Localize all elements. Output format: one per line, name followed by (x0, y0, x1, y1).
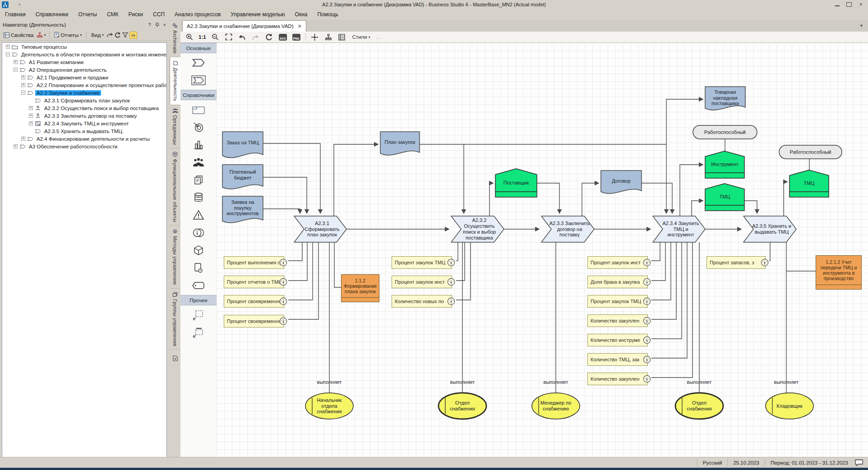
node-external-112[interactable]: 1.1.2 Формирование плана закупок (341, 274, 379, 302)
node-doc-dogovor[interactable] (601, 170, 642, 194)
diagram-tab[interactable]: А2.3 Закупки и снабжение (Диаграмма VAD)… (182, 20, 306, 32)
palette-subject-frame[interactable] (189, 103, 208, 116)
node-doc-zayavka[interactable] (222, 196, 263, 223)
palette-org-unit[interactable] (189, 156, 208, 169)
palette-info[interactable] (189, 226, 208, 240)
node-doc-platezhny-budget[interactable] (222, 165, 263, 189)
tree-item[interactable]: +А2.1 Продвижение и продажи (2, 74, 166, 81)
menu-riski[interactable]: Риски (123, 10, 148, 19)
tree-expander[interactable]: + (6, 45, 10, 49)
tree-expander[interactable]: + (21, 137, 25, 141)
node-state-rabotosposobny-2[interactable] (779, 145, 842, 159)
zoom-out-button[interactable] (211, 32, 220, 41)
close-button[interactable]: × (858, 2, 863, 7)
tree-expander[interactable]: + (29, 106, 33, 110)
palette-vad-framed-shape[interactable] (189, 74, 208, 87)
palette-vad-shape[interactable] (189, 56, 208, 69)
kpi-a234-1[interactable]: Процент закупок инст (587, 256, 648, 269)
kpi-a234-6[interactable]: Количество ТМЦ, зак (587, 353, 648, 366)
export-svg-button[interactable]: SVG (278, 32, 287, 41)
menu-ssp[interactable]: ССП (148, 10, 170, 19)
comment-bubble-icon[interactable] (854, 459, 863, 466)
kpi-a231-2[interactable]: Процент отчетов о ТМЦ (224, 276, 284, 288)
status-date[interactable]: 25.10.2023 (727, 459, 765, 466)
node-entity-tmc-1[interactable] (705, 184, 744, 211)
palette-section-main[interactable]: Основные (180, 43, 217, 53)
maximize-button[interactable] (846, 2, 852, 7)
tree-item[interactable]: +А1 Развитие компании (2, 58, 166, 66)
kpi-a234-7[interactable]: Количество закуплен (587, 373, 648, 385)
tree-expander[interactable]: + (14, 144, 18, 148)
kpi-a235-1[interactable]: Процент запасов, з (706, 256, 766, 269)
zoom-in-button[interactable] (185, 32, 194, 41)
view-button[interactable]: Вид ▾ (90, 32, 105, 39)
status-period[interactable]: Период: 01.01.2023 - 31.12.2023 (765, 459, 854, 466)
tab-close-icon[interactable]: ✕ (297, 23, 301, 29)
node-doc-zakaz-tmc[interactable] (222, 132, 263, 158)
node-entity-instrument[interactable] (705, 151, 744, 178)
node-process-a234[interactable] (653, 216, 705, 242)
kpi-a234-4[interactable]: Количество закуплен (587, 314, 648, 327)
palette-document[interactable] (189, 173, 208, 187)
tree-item[interactable]: −А2 Операционная деятельность (2, 66, 166, 74)
kpi-a232-3[interactable]: Количество новых по (392, 295, 452, 308)
menu-okna[interactable]: Окна (290, 10, 313, 19)
node-process-a235[interactable] (743, 216, 796, 242)
minimize-button[interactable] (835, 2, 840, 7)
side-tab-orgedinicy[interactable]: Оргединицы (170, 105, 180, 148)
new-diagram-button[interactable] (170, 352, 180, 364)
node-state-rabotosposobny-1[interactable] (693, 125, 757, 139)
palette-external-shape-alt[interactable] (189, 326, 208, 339)
palette-database[interactable] (189, 191, 208, 204)
zoom-100-button[interactable]: 1:1 (199, 34, 206, 40)
menu-spravochniki[interactable]: Справочники (31, 10, 74, 19)
node-process-a231[interactable] (294, 216, 346, 242)
refresh-icon[interactable] (115, 32, 121, 38)
tree-expander[interactable]: + (29, 114, 33, 118)
kpi-a234-5[interactable]: Количество инструме (587, 334, 648, 346)
menu-smk[interactable]: СМК (102, 10, 124, 19)
node-doc-plan-zakupok[interactable] (380, 132, 420, 155)
properties-view-button[interactable] (337, 32, 346, 41)
tree-expander[interactable]: + (29, 121, 33, 125)
status-language[interactable]: Русский (697, 459, 728, 466)
palette-object[interactable] (189, 244, 208, 257)
node-performer-otdel-2[interactable] (675, 393, 723, 419)
tree-item[interactable]: +А2.3.2 Осуществить поиск и выбор постав… (2, 104, 166, 112)
palette-section-other[interactable]: Прочее (180, 295, 217, 305)
tree-expander[interactable]: − (21, 91, 25, 95)
palette-section-references[interactable]: Справочники (180, 90, 217, 100)
panel-close-icon[interactable]: × (163, 22, 166, 28)
toolbar-more[interactable]: ... (376, 34, 381, 40)
go-to-icon[interactable] (106, 32, 113, 38)
side-tab-gruppy[interactable]: Группы управления (170, 289, 180, 350)
tab-list-icon[interactable]: ▼ (859, 23, 863, 28)
node-process-a232[interactable] (451, 216, 504, 242)
kpi-a234-3[interactable]: Процент закупок ТМЦ (587, 295, 648, 308)
kpi-a232-2[interactable]: Процент закупок инст (392, 276, 452, 288)
kpi-a234-2[interactable]: Доля брака в закупка (587, 276, 648, 288)
palette-indicator[interactable] (189, 138, 208, 152)
node-performer-menedzher[interactable] (532, 393, 580, 419)
tree-item[interactable]: +А2.4 Финансирование деятельности и расч… (2, 135, 166, 143)
tree-item[interactable]: +А2.3.4 Закупить ТМЦ и инструмент (2, 120, 166, 127)
undo-button[interactable] (238, 32, 247, 41)
palette-risk[interactable] (189, 208, 208, 222)
node-entity-tmc-2[interactable] (790, 170, 829, 197)
menu-otchety[interactable]: Отчеты (73, 10, 102, 19)
styles-button[interactable]: Стили ▾ (351, 33, 372, 41)
tree-item[interactable]: +А2.3.3 Заключить договор на поставку (2, 112, 166, 120)
tree-expander[interactable]: − (6, 52, 10, 56)
redo-button[interactable] (251, 32, 260, 41)
node-doc-tovarnaya-nakladnaya[interactable] (705, 87, 745, 110)
palette-external-shape[interactable] (189, 308, 208, 322)
node-external-1212[interactable]: 1.2.1.2 Учет передачи ТМЦ и инструмента … (816, 255, 862, 290)
node-process-a233[interactable] (541, 216, 594, 242)
tree-expander[interactable]: + (21, 83, 25, 87)
tree-item[interactable]: +А2.2 Планирование и осуществление проек… (2, 81, 166, 89)
menu-glavnaya[interactable]: Главная (0, 10, 31, 19)
tree-expander[interactable]: + (21, 75, 25, 79)
hierarchy-caret[interactable]: ▾ (44, 33, 46, 37)
node-performer-kladovschik[interactable] (766, 393, 813, 419)
palette-term[interactable] (189, 279, 208, 292)
